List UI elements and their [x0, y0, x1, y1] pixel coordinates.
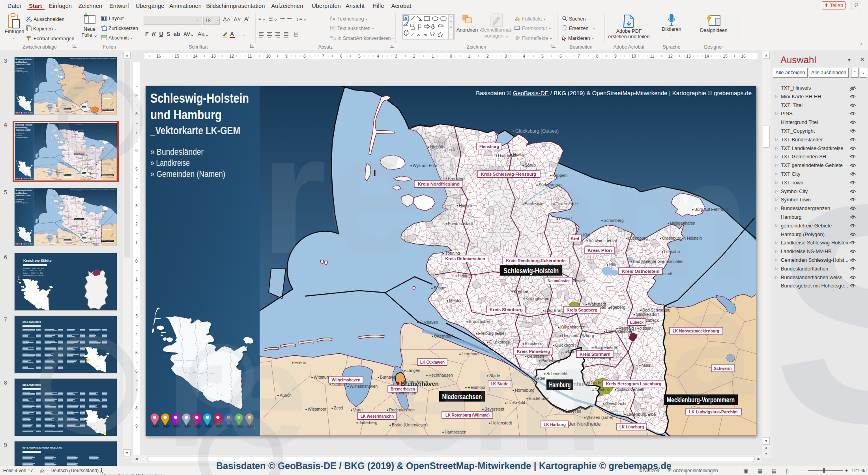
- svg-text:Wilhelmshaven: Wilhelmshaven: [350, 384, 378, 389]
- svg-text:9: 9: [135, 424, 138, 428]
- svg-text:Tönning: Tönning: [445, 251, 460, 255]
- svg-text:LK Harburg: LK Harburg: [544, 422, 566, 427]
- svg-text:_Vektorkarte LK-GEM: _Vektorkarte LK-GEM: [150, 125, 240, 137]
- svg-text:5: 5: [358, 54, 361, 58]
- svg-text:Heiligenhafen: Heiligenhafen: [670, 221, 695, 225]
- svg-text:0: 0: [450, 54, 452, 58]
- svg-text:Neumünster 01004 NMS 80: Neumünster 01004 NMS 80: [23, 274, 44, 276]
- svg-text:2: 2: [486, 54, 489, 58]
- svg-text:Bremerhaven: Bremerhaven: [391, 387, 415, 391]
- svg-text:Handewitt: Handewitt: [498, 153, 516, 158]
- svg-text:8: 8: [135, 406, 138, 410]
- svg-text:Kiel 01002 KI 246: Kiel 01002 KI 246: [23, 270, 42, 272]
- svg-text:003 LANDKREIS: 003 LANDKREIS: [22, 321, 41, 323]
- svg-text:A: A: [404, 16, 408, 21]
- svg-text:Schleswig-Holstein: Schleswig-Holstein: [503, 267, 559, 275]
- svg-text:16: 16: [741, 54, 746, 58]
- svg-text:8: 8: [596, 54, 599, 58]
- svg-text:LK Rotenburg (Wümme): LK Rotenburg (Wümme): [445, 413, 490, 417]
- svg-text:A: A: [333, 17, 335, 21]
- svg-text:Wilhelmshaven: Wilhelmshaven: [332, 377, 361, 382]
- svg-text:Kreis Rendsburg-Eckernförde: Kreis Rendsburg-Eckernförde: [506, 258, 566, 263]
- svg-text:Bad Segeberg: Bad Segeberg: [599, 305, 625, 310]
- svg-text:Bad Malente-Gremsmühlen: Bad Malente-Gremsmühlen: [633, 259, 684, 264]
- svg-text:und Hamburg: und Hamburg: [150, 107, 222, 122]
- svg-text:Buxtehude: Buxtehude: [529, 396, 548, 401]
- svg-text:Schenefeld: Schenefeld: [546, 371, 567, 376]
- svg-text:Kreis Ostholstein: Kreis Ostholstein: [622, 269, 660, 274]
- svg-text:Schleswig-Holstein: Schleswig-Holstein: [150, 91, 249, 105]
- svg-text:Lauenburg/Elbe: Lauenburg/Elbe: [627, 412, 656, 417]
- svg-text:LK Ludwigslust-Parchim: LK Ludwigslust-Parchim: [689, 409, 738, 414]
- svg-text:Lensahn: Lensahn: [664, 249, 680, 254]
- svg-text:der Nordheide: der Nordheide: [568, 421, 600, 427]
- svg-text:Lübeck 01003 HL 216: Lübeck 01003 HL 216: [23, 272, 43, 274]
- svg-text:Schwerin: Schwerin: [714, 366, 732, 371]
- svg-text:Flensburg: Flensburg: [479, 144, 499, 149]
- svg-text:Lübeck: Lübeck: [645, 318, 659, 323]
- svg-text:Kappeln: Kappeln: [552, 173, 568, 178]
- svg-text:⌄: ⌄: [243, 33, 246, 37]
- svg-text:Lütjenburg: Lütjenburg: [628, 236, 648, 240]
- svg-text:7: 7: [578, 54, 580, 58]
- svg-text:15: 15: [174, 54, 179, 58]
- svg-text:Eckernförde: Eckernförde: [556, 201, 578, 206]
- svg-text:Rodenkirchen: Rodenkirchen: [389, 407, 415, 412]
- svg-text:Hambergen: Hambergen: [445, 430, 466, 434]
- svg-text:Büsum: Büsum: [434, 285, 447, 290]
- svg-text:Bargteheide: Bargteheide: [595, 345, 617, 350]
- svg-text:7: 7: [135, 387, 138, 392]
- svg-text:Sörup: Sörup: [525, 163, 536, 167]
- svg-text:Niebüll: Niebüll: [430, 145, 443, 149]
- svg-text:Leck: Leck: [447, 147, 456, 152]
- svg-text:Wedel: Wedel: [533, 376, 545, 381]
- svg-text:Plön: Plön: [609, 262, 617, 267]
- svg-text:Hollenstedt: Hollenstedt: [491, 421, 512, 425]
- svg-text:» Gemeinden (Namen): » Gemeinden (Namen): [150, 169, 225, 179]
- svg-text:Cuxhaven: Cuxhaven: [419, 320, 438, 325]
- svg-text:Schwentinental: Schwentinental: [589, 238, 617, 243]
- svg-text:1: 1: [432, 54, 434, 58]
- svg-text:15: 15: [723, 54, 728, 58]
- svg-text:Hamburg: Hamburg: [549, 381, 571, 389]
- svg-text:Elmshorn: Elmshorn: [525, 341, 542, 346]
- svg-text:Kreisfreie Städte: Kreisfreie Städte: [23, 259, 52, 263]
- svg-text:003 LANDKREIS: 003 LANDKREIS: [22, 384, 41, 386]
- svg-text:12: 12: [668, 54, 673, 58]
- svg-text:13: 13: [686, 54, 691, 58]
- svg-text:Kaltenkirchen: Kaltenkirchen: [560, 325, 586, 329]
- svg-text:Kellinghusen: Kellinghusen: [526, 296, 549, 301]
- svg-text:13: 13: [211, 54, 216, 58]
- svg-text:12: 12: [229, 54, 234, 58]
- svg-text:Reinbek: Reinbek: [595, 387, 610, 392]
- svg-text:Glückstadt: Glückstadt: [489, 340, 509, 344]
- svg-text:Wyk auf Föhr: Wyk auf Föhr: [413, 163, 438, 168]
- svg-text:Basisdaten © GeoBasis-DE / BKG: Basisdaten © GeoBasis-DE / BKG (2019) & …: [476, 90, 752, 96]
- svg-text:Kreis Nordfriesland: Kreis Nordfriesland: [418, 182, 460, 186]
- svg-text:Aurich: Aurich: [280, 393, 292, 398]
- svg-text:Bremerhaven: Bremerhaven: [401, 380, 439, 387]
- svg-text:Kreis Segeberg: Kreis Segeberg: [567, 308, 597, 312]
- svg-text:Husum: Husum: [459, 203, 472, 208]
- svg-text:Niedersachsen: Niedersachsen: [442, 393, 482, 401]
- svg-text:8: 8: [303, 54, 306, 58]
- svg-text:⌄: ⌄: [237, 33, 240, 37]
- svg-text:6: 6: [340, 54, 342, 58]
- svg-text:LK Norwestmecklenburg: LK Norwestmecklenburg: [673, 329, 719, 333]
- svg-text:Horneburg: Horneburg: [515, 388, 535, 392]
- svg-text:8: 8: [135, 111, 138, 116]
- svg-text:Brunsbüttel: Brunsbüttel: [469, 319, 490, 324]
- svg-text:6: 6: [559, 54, 562, 58]
- svg-text:Seevetal: Seevetal: [565, 409, 581, 413]
- svg-text:Winsen (Luhe): Winsen (Luhe): [586, 415, 613, 420]
- svg-text:Pinneberg: Pinneberg: [541, 358, 560, 363]
- svg-text:004 LANDKREIS NORDFRIESLAND: 004 LANDKREIS NORDFRIESLAND: [22, 447, 62, 449]
- svg-text:Brake (Unterweser): Brake (Unterweser): [392, 422, 428, 427]
- svg-text:c: c: [565, 28, 567, 31]
- svg-text:9: 9: [135, 93, 138, 98]
- svg-text:Lübeck: Lübeck: [630, 320, 644, 325]
- svg-text:LK Wesermarschn: LK Wesermarschn: [361, 414, 394, 419]
- svg-text:4: 4: [523, 54, 525, 58]
- svg-text:Mölln: Mölln: [642, 363, 651, 368]
- svg-text:Varel: Varel: [353, 407, 363, 412]
